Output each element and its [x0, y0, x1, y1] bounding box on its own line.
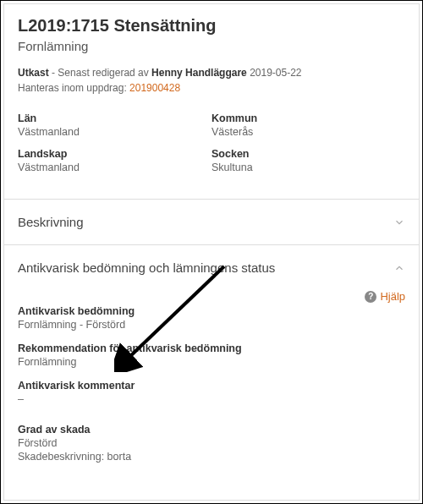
- meta-status-line: Utkast - Senast redigerad av Henny Handl…: [18, 65, 405, 80]
- status-badge: Utkast: [18, 67, 49, 79]
- kommun-value: Västerås: [212, 126, 405, 138]
- chevron-up-icon: [393, 262, 405, 274]
- lan-value: Västmanland: [18, 126, 212, 138]
- meta-assignment-line: Hanteras inom uppdrag: 201900428: [18, 80, 405, 96]
- kommun-label: Kommun: [212, 112, 405, 124]
- lan-label: Län: [18, 112, 212, 124]
- help-link[interactable]: ? Hjälp: [365, 290, 405, 303]
- edit-date: 2019-05-22: [247, 67, 302, 79]
- skada-desc: Skadebeskrivning: borta: [18, 451, 405, 463]
- editor-name: Henny Handläggare: [151, 67, 247, 79]
- help-label: Hjälp: [380, 290, 405, 303]
- page-title: L2019:1715 Stensättning: [18, 16, 405, 36]
- accordion-bedomning-body: ? Hjälp Antikvarisk bedömning Fornlämnin…: [4, 290, 419, 476]
- skada-label: Grad av skada: [18, 424, 405, 436]
- accordion-bedomning-title: Antikvarisk bedömning och lämningens sta…: [18, 260, 275, 275]
- accordion-bedomning: Antikvarisk bedömning och lämningens sta…: [4, 244, 419, 476]
- kommentar-value: –: [18, 393, 405, 405]
- status-text: - Senast redigerad av: [49, 67, 151, 79]
- landskap-label: Landskap: [18, 148, 212, 160]
- handled-prefix: Hanteras inom uppdrag:: [18, 82, 129, 94]
- accordion-beskrivning-header[interactable]: Beskrivning: [4, 200, 419, 244]
- antikvarisk-bedomning-label: Antikvarisk bedömning: [18, 305, 405, 317]
- skada-value: Förstörd: [18, 437, 405, 449]
- assignment-link[interactable]: 201900428: [129, 82, 180, 94]
- antikvarisk-bedomning-value: Fornlämning - Förstörd: [18, 319, 405, 331]
- accordion-bedomning-header[interactable]: Antikvarisk bedömning och lämningens sta…: [4, 245, 419, 290]
- rekommendation-value: Fornlämning: [18, 356, 405, 368]
- socken-label: Socken: [212, 148, 405, 160]
- landskap-value: Västmanland: [18, 162, 212, 173]
- socken-value: Skultuna: [212, 162, 405, 173]
- kommentar-label: Antikvarisk kommentar: [18, 380, 405, 392]
- rekommendation-label: Rekommendation för antikvarisk bedömning: [18, 342, 405, 354]
- accordion-beskrivning: Beskrivning: [4, 199, 419, 244]
- help-icon: ?: [365, 291, 376, 303]
- chevron-down-icon: [393, 216, 405, 228]
- location-grid: Län Västmanland Landskap Västmanland Kom…: [4, 104, 419, 199]
- accordion-beskrivning-title: Beskrivning: [18, 215, 84, 229]
- page-subtitle: Fornlämning: [18, 39, 405, 53]
